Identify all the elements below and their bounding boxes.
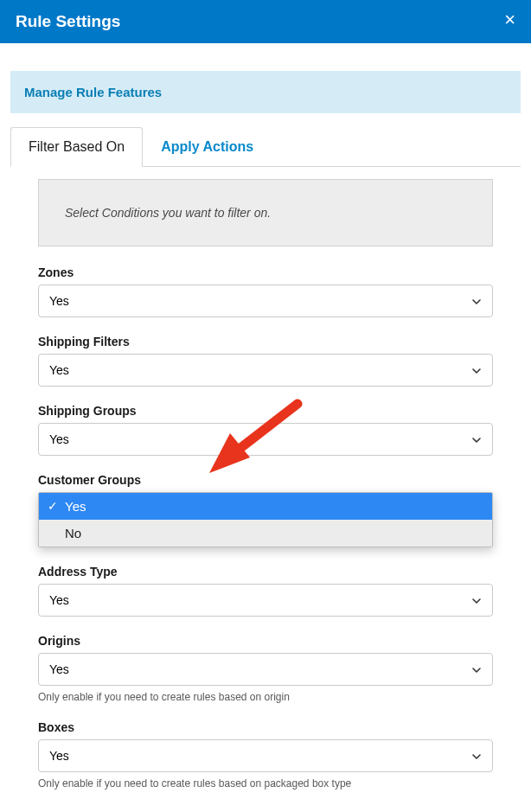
chevron-down-icon: [471, 365, 482, 375]
field-origins: Origins Yes Only enable if you need to c…: [38, 634, 493, 703]
origins-label: Origins: [38, 634, 493, 648]
boxes-select[interactable]: Yes: [38, 739, 493, 772]
zones-label: Zones: [38, 265, 493, 279]
form-area: Select Conditions you want to filter on.…: [10, 167, 521, 790]
chevron-down-icon: [471, 751, 482, 761]
chevron-down-icon: [471, 296, 482, 306]
address-type-value: Yes: [49, 593, 69, 607]
zones-value: Yes: [49, 294, 69, 308]
field-shipping-filters: Shipping Filters Yes: [38, 335, 493, 387]
boxes-value: Yes: [49, 749, 69, 763]
origins-select[interactable]: Yes: [38, 653, 493, 686]
boxes-helper: Only enable if you need to create rules …: [38, 777, 493, 790]
instruction-text: Select Conditions you want to filter on.: [38, 179, 493, 246]
address-type-select[interactable]: Yes: [38, 584, 493, 617]
field-zones: Zones Yes: [38, 265, 493, 317]
shipping-groups-select[interactable]: Yes: [38, 423, 493, 456]
chevron-down-icon: [471, 434, 482, 444]
field-boxes: Boxes Yes Only enable if you need to cre…: [38, 720, 493, 790]
customer-groups-option-no[interactable]: No: [39, 520, 492, 547]
shipping-groups-label: Shipping Groups: [38, 404, 493, 418]
boxes-label: Boxes: [38, 720, 493, 734]
origins-helper: Only enable if you need to create rules …: [38, 691, 493, 703]
tab-filter-based-on[interactable]: Filter Based On: [10, 127, 143, 167]
field-shipping-groups: Shipping Groups Yes: [38, 404, 493, 456]
customer-groups-option-yes[interactable]: Yes: [39, 493, 492, 520]
origins-value: Yes: [49, 662, 69, 676]
shipping-filters-value: Yes: [49, 363, 69, 377]
field-customer-groups: Customer Groups Yes No: [38, 473, 493, 547]
modal-header: Rule Settings ×: [0, 0, 531, 43]
field-address-type: Address Type Yes: [38, 565, 493, 617]
modal-title: Rule Settings: [16, 12, 120, 31]
customer-groups-dropdown[interactable]: Yes No: [38, 492, 493, 547]
customer-groups-label: Customer Groups: [38, 473, 493, 487]
manage-features-banner[interactable]: Manage Rule Features: [10, 71, 521, 113]
tabs: Filter Based On Apply Actions: [10, 127, 521, 167]
shipping-filters-label: Shipping Filters: [38, 335, 493, 348]
close-icon[interactable]: ×: [504, 10, 515, 29]
chevron-down-icon: [471, 595, 482, 605]
shipping-filters-select[interactable]: Yes: [38, 354, 493, 387]
address-type-label: Address Type: [38, 565, 493, 579]
tab-apply-actions[interactable]: Apply Actions: [143, 127, 272, 167]
chevron-down-icon: [471, 664, 482, 675]
modal-content: Manage Rule Features Filter Based On App…: [0, 71, 531, 790]
zones-select[interactable]: Yes: [38, 285, 493, 317]
shipping-groups-value: Yes: [49, 432, 69, 446]
